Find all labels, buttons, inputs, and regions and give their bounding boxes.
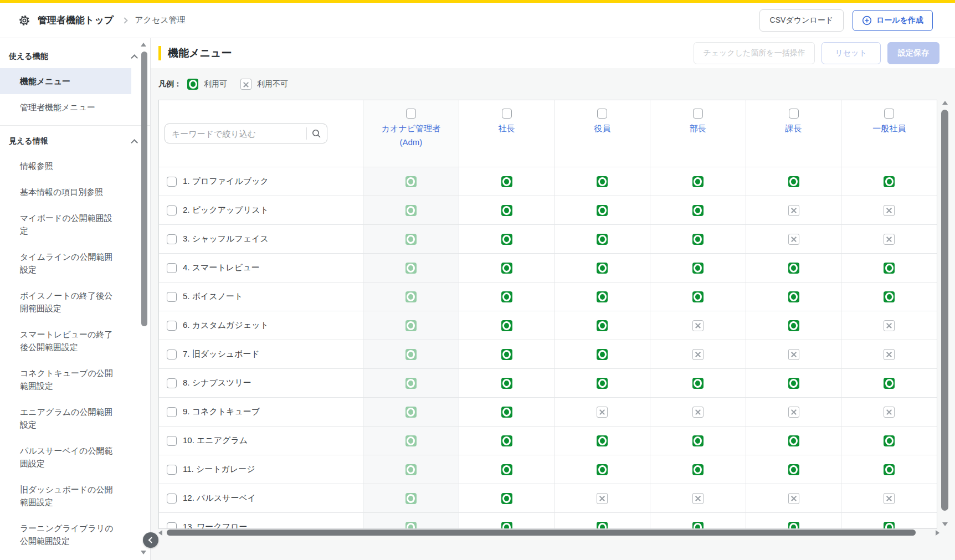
permission-cell[interactable] [363,167,459,196]
sidebar-section-header[interactable]: 使える機能 [0,45,150,68]
scroll-left-icon[interactable] [158,530,162,536]
row-select-checkbox[interactable] [167,436,177,446]
permission-cell[interactable] [650,254,746,282]
permission-cell[interactable] [554,311,650,340]
permission-cell[interactable] [650,484,746,512]
sidebar-scroll-down-icon[interactable] [141,551,146,554]
sidebar-item[interactable]: コネクトキューブの公開範囲設定 [0,360,131,399]
permission-cell[interactable] [841,513,937,529]
column-label[interactable]: 一般社員 [872,122,906,134]
permission-cell[interactable] [746,340,841,368]
permission-cell[interactable] [746,398,841,426]
permission-cell[interactable] [363,398,459,426]
row-select-checkbox[interactable] [167,177,177,187]
permission-cell[interactable] [363,254,459,282]
row-select-checkbox[interactable] [167,234,177,244]
csv-download-button[interactable]: CSVダウンロード [759,9,844,32]
column-select-checkbox[interactable] [884,109,894,119]
sidebar-item[interactable]: 旧ダッシュボードの公開範囲設定 [0,476,131,515]
row-select-checkbox[interactable] [167,321,177,331]
permission-cell[interactable] [746,455,841,484]
scroll-right-icon[interactable] [936,530,939,536]
permission-cell[interactable] [459,196,554,224]
permission-cell[interactable] [650,427,746,455]
permission-cell[interactable] [841,369,937,397]
sidebar-item[interactable]: タイムラインの公開範囲設定 [0,244,131,282]
breadcrumb-root[interactable]: 管理者機能トップ [38,14,114,27]
save-settings-button[interactable]: 設定保存 [887,42,939,64]
scroll-down-icon[interactable] [942,522,948,526]
permission-cell[interactable] [459,484,554,512]
sidebar-item[interactable]: パルスサーベイの公開範囲設定 [0,438,131,476]
permission-cell[interactable] [746,484,841,512]
permission-cell[interactable] [459,225,554,253]
row-select-checkbox[interactable] [167,205,177,215]
permission-cell[interactable] [650,398,746,426]
horizontal-scrollbar-thumb[interactable] [167,530,916,536]
permission-cell[interactable] [650,311,746,340]
permission-cell[interactable] [554,167,650,196]
permission-cell[interactable] [746,167,841,196]
permission-cell[interactable] [459,282,554,311]
permission-cell[interactable] [554,513,650,529]
vertical-scrollbar-thumb[interactable] [941,110,948,511]
column-select-checkbox[interactable] [502,109,512,119]
permission-cell[interactable] [459,311,554,340]
sidebar-item[interactable]: 機能メニュー [0,68,131,94]
sidebar-item[interactable]: 管理者機能メニュー [0,94,131,120]
sidebar-item[interactable]: 基本情報の項目別参照 [0,179,131,205]
permission-cell[interactable] [841,196,937,224]
permission-cell[interactable] [841,455,937,484]
column-select-checkbox[interactable] [789,109,799,119]
scroll-up-icon[interactable] [942,101,948,105]
sidebar-item[interactable]: 情報参照 [0,153,131,179]
permission-cell[interactable] [363,340,459,368]
permission-cell[interactable] [650,513,746,529]
permission-cell[interactable] [841,340,937,368]
sidebar-scroll-up-icon[interactable] [141,43,146,47]
permission-cell[interactable] [841,167,937,196]
permission-cell[interactable] [459,455,554,484]
permission-cell[interactable] [459,167,554,196]
row-select-checkbox[interactable] [167,465,177,475]
column-label[interactable]: 社長 [499,122,515,134]
permission-cell[interactable] [650,225,746,253]
row-select-checkbox[interactable] [167,263,177,273]
permission-cell[interactable] [554,398,650,426]
permission-cell[interactable] [841,282,937,311]
permission-cell[interactable] [554,196,650,224]
reset-button[interactable]: リセット [821,42,881,64]
sidebar-section-header[interactable]: 見える情報 [0,130,150,153]
row-select-checkbox[interactable] [167,292,177,302]
column-label[interactable]: 課長 [785,122,802,134]
permission-cell[interactable] [459,398,554,426]
permission-cell[interactable] [746,513,841,529]
permission-cell[interactable] [363,427,459,455]
permission-cell[interactable] [554,455,650,484]
permission-cell[interactable] [554,254,650,282]
keyword-filter[interactable] [165,124,327,143]
column-label[interactable]: カオナビ管理者 [382,122,440,134]
permission-cell[interactable] [746,282,841,311]
permission-cell[interactable] [841,484,937,512]
permission-cell[interactable] [746,254,841,282]
column-label[interactable]: 役員 [594,122,610,134]
column-select-checkbox[interactable] [693,109,703,119]
permission-cell[interactable] [554,484,650,512]
sidebar-item[interactable]: スマートレビューの終了後公開範囲設定 [0,321,131,360]
permission-cell[interactable] [363,484,459,512]
row-select-checkbox[interactable] [167,494,177,504]
permission-cell[interactable] [650,196,746,224]
sidebar-item[interactable]: マイボードの公開範囲設定 [0,205,131,244]
permission-cell[interactable] [746,427,841,455]
permission-cell[interactable] [650,340,746,368]
row-select-checkbox[interactable] [167,350,177,359]
permission-cell[interactable] [459,340,554,368]
search-icon[interactable] [312,129,321,138]
permission-cell[interactable] [363,455,459,484]
permission-cell[interactable] [650,369,746,397]
permission-cell[interactable] [459,369,554,397]
create-role-button[interactable]: ロールを作成 [853,10,933,31]
permission-cell[interactable] [554,340,650,368]
permission-cell[interactable] [459,513,554,529]
